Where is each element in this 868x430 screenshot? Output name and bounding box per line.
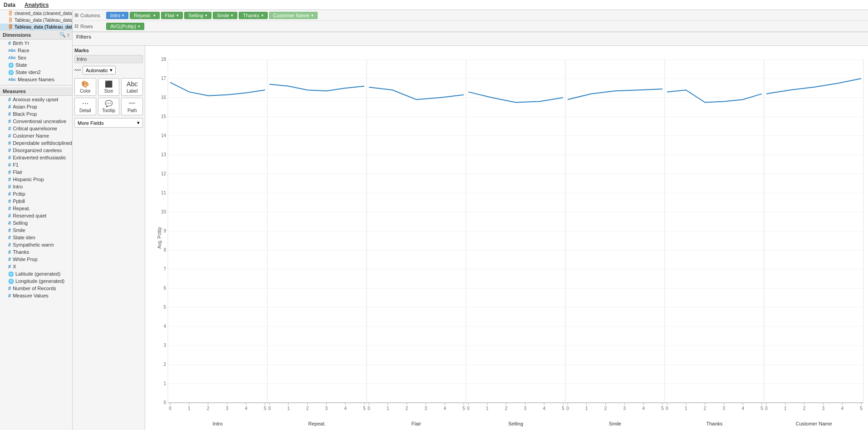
hash-icon: #: [8, 257, 11, 262]
measure-item-27[interactable]: #Measure Values: [0, 292, 72, 299]
marks-btn-detail[interactable]: ⋯Detail: [74, 98, 96, 115]
measure-item-2[interactable]: #Black Prop: [0, 110, 72, 118]
marks-btn-color[interactable]: 🎨Color: [74, 78, 96, 96]
measure-item-19[interactable]: #State iden: [0, 234, 72, 241]
svg-text:Intro: Intro: [212, 421, 222, 426]
dim-item-4[interactable]: 🌐State iden2: [0, 69, 72, 76]
measure-item-5[interactable]: #Customer Name: [0, 132, 72, 139]
data-source-item-0[interactable]: 🗄cleaned_data (cleaned_data): [0, 10, 72, 17]
measure-item-25[interactable]: 🌐Longitude (generated): [0, 277, 72, 285]
measure-item-15[interactable]: #Repeat.: [0, 205, 72, 212]
pill-dropdown: ▾: [261, 13, 264, 18]
hash-icon: #: [8, 286, 11, 291]
svg-text:3: 3: [425, 406, 427, 411]
data-tab[interactable]: Data: [4, 2, 15, 8]
svg-text:15: 15: [161, 114, 167, 119]
svg-text:4: 4: [344, 406, 347, 411]
measure-item-16[interactable]: #Reserved quiet: [0, 212, 72, 219]
svg-text:0: 0: [666, 406, 668, 411]
dim-item-3[interactable]: 🌐State: [0, 61, 72, 69]
col-pill-3[interactable]: Selling▾: [184, 12, 211, 19]
svg-text:4: 4: [245, 406, 247, 411]
hash-icon: #: [8, 227, 11, 233]
svg-text:7: 7: [163, 267, 166, 272]
rows-label: ⊟ Rows: [74, 23, 106, 29]
measure-item-23[interactable]: #X: [0, 263, 72, 270]
svg-text:Smile: Smile: [609, 421, 622, 426]
shelves: ⊞ Columns Intro▾Repeat.▾Flair▾Selling▾Sm…: [73, 10, 868, 32]
measure-item-22[interactable]: #White Prop: [0, 256, 72, 263]
search-icon[interactable]: 🔍: [59, 32, 66, 38]
measure-item-13[interactable]: #Pcttip: [0, 190, 72, 198]
db-icon: 🗄: [8, 11, 13, 16]
svg-text:2: 2: [604, 406, 607, 411]
measure-item-8[interactable]: #Extraverted enthusiastic: [0, 154, 72, 161]
marks-type-select[interactable]: Automatic ▾: [83, 66, 116, 74]
measure-item-17[interactable]: #Selling: [0, 219, 72, 227]
svg-text:5: 5: [860, 406, 863, 411]
svg-text:5: 5: [264, 406, 266, 411]
measure-item-9[interactable]: #F1: [0, 161, 72, 168]
measure-item-12[interactable]: #Intro: [0, 183, 72, 190]
measure-item-14[interactable]: #Ppbill: [0, 198, 72, 205]
svg-text:2: 2: [505, 406, 508, 411]
measure-item-20[interactable]: #Sympathetic warm: [0, 241, 72, 248]
sort-icon[interactable]: ↕: [67, 32, 70, 38]
marks-title: Marks: [74, 48, 143, 53]
chart-svg: 0123456789101112131415161718012345Intro0…: [145, 46, 868, 430]
svg-text:17: 17: [161, 76, 167, 81]
svg-text:2: 2: [406, 406, 408, 411]
svg-text:Flair: Flair: [412, 421, 422, 426]
measure-item-6[interactable]: #Dependable selfdisciplined: [0, 139, 72, 147]
measures-list: #Anxious easily upset#Asian Prop#Black P…: [0, 96, 72, 299]
measure-item-18[interactable]: #Smile: [0, 227, 72, 234]
measure-item-7[interactable]: #Disorganized careless: [0, 147, 72, 154]
col-pill-4[interactable]: Smile▾: [213, 12, 238, 19]
measure-item-10[interactable]: #Flair: [0, 168, 72, 176]
col-pill-6[interactable]: Customer Name▾: [269, 12, 318, 19]
marks-type-row: 〰 Automatic ▾: [74, 66, 143, 74]
marks-btn-tooltip[interactable]: 💬Tooltip: [98, 98, 120, 115]
filters-label: Filters: [76, 34, 91, 40]
hash-icon: #: [8, 162, 11, 168]
svg-text:13: 13: [161, 152, 167, 157]
dim-item-1[interactable]: AbcRace: [0, 47, 72, 54]
marks-btn-size[interactable]: ⬛Size: [98, 78, 120, 96]
measure-item-26[interactable]: #Number of Records: [0, 285, 72, 292]
geo-icon: 🌐: [8, 272, 14, 277]
marks-sub-label: Intro: [74, 55, 143, 63]
col-pill-1[interactable]: Repeat.▾: [130, 12, 160, 19]
svg-text:1: 1: [163, 381, 166, 386]
marks-btn-path[interactable]: 〰Path: [121, 98, 143, 115]
pill-dropdown: ▾: [205, 13, 207, 18]
more-fields-button[interactable]: More Fields ▾: [74, 118, 143, 128]
db-icon: 🗄: [8, 18, 13, 23]
dim-item-2[interactable]: AbcSex: [0, 54, 72, 61]
col-pill-2[interactable]: Flair▾: [161, 12, 183, 19]
col-pill-0[interactable]: Intro▾: [106, 12, 128, 19]
measure-item-3[interactable]: #Conventional uncreative: [0, 118, 72, 125]
analytics-tab[interactable]: Analytics: [25, 2, 49, 8]
measure-item-24[interactable]: 🌐Latitude (generated): [0, 270, 72, 277]
measure-item-21[interactable]: #Thanks: [0, 248, 72, 256]
hash-icon: #: [8, 177, 11, 182]
measure-item-1[interactable]: #Asian Prop: [0, 103, 72, 110]
svg-text:9: 9: [163, 228, 166, 233]
chevron-down-icon: ▾: [110, 67, 113, 73]
col-pill-5[interactable]: Thanks▾: [239, 12, 267, 19]
filters-area: Filters: [73, 32, 868, 46]
measure-item-11[interactable]: #Hispanic Prop: [0, 176, 72, 183]
hash-icon: #: [8, 220, 11, 226]
marks-btn-label[interactable]: AbcLabel: [121, 78, 143, 96]
dim-item-0[interactable]: #Birth Yr: [0, 40, 72, 47]
row-pill-0[interactable]: AVG(Pcttip)▾: [106, 23, 144, 30]
svg-text:Customer Name: Customer Name: [795, 421, 832, 426]
dim-item-5[interactable]: AbcMeasure Names: [0, 76, 72, 83]
hash-icon: #: [8, 97, 11, 102]
measure-item-0[interactable]: #Anxious easily upset: [0, 96, 72, 103]
svg-text:18: 18: [161, 57, 167, 62]
hash-icon: #: [8, 140, 11, 146]
data-source-item-2[interactable]: 🗄Tableau_data (Tableau_data_2): [0, 24, 72, 30]
measure-item-4[interactable]: #Critical quarrelsome: [0, 125, 72, 132]
data-source-item-1[interactable]: 🗄Tableau_data (Tableau_data): [0, 17, 72, 24]
